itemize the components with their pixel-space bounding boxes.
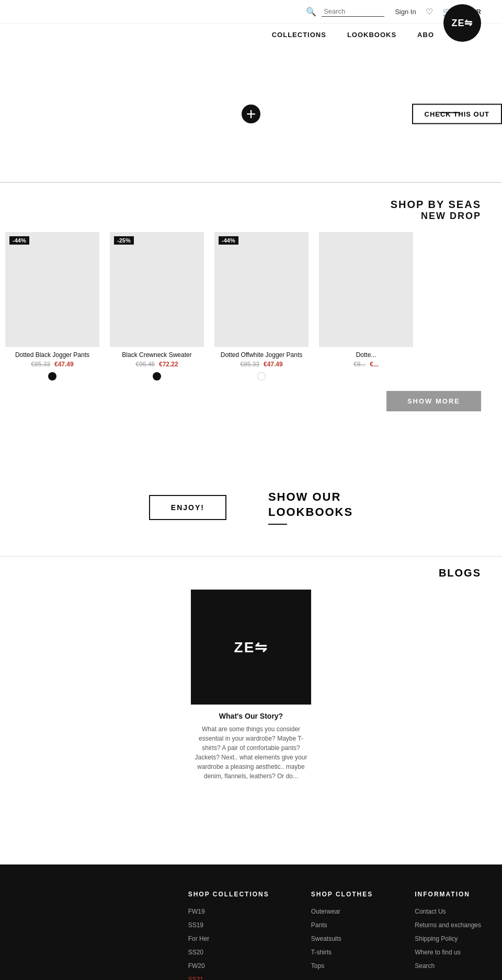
footer-col-links: FW19 SS19 For Her SS20 FW20 SS21 (188, 906, 269, 980)
blog-card[interactable]: ZE⇋ What's Our Story? What are some thin… (191, 590, 311, 781)
footer-link-fw19[interactable]: FW19 (188, 908, 205, 915)
header: 🔍 Sign In ♡ 🛒0 EUR ZE⇋ (0, 0, 502, 24)
product-name: Dotte... (319, 351, 413, 359)
color-swatch-black[interactable] (153, 372, 161, 381)
footer-link-sweatsuits[interactable]: Sweatsuits (311, 935, 341, 942)
product-name: Dotted Black Jogger Pants (5, 351, 99, 359)
blog-post-title: What's Our Story? (191, 712, 311, 720)
search-icon[interactable]: 🔍 (306, 7, 316, 17)
footer-col-links: Outerwear Pants Sweatsuits T-shirts Tops (311, 906, 373, 970)
footer-link-forher[interactable]: For Her (188, 935, 210, 942)
product-name: Dotted Offwhite Jogger Pants (214, 351, 309, 359)
enjoy-button[interactable]: ENJOY! (149, 495, 226, 520)
lookbooks-title: SHOW OURLOOKBOOKS (268, 490, 353, 520)
color-swatch-black[interactable] (48, 372, 56, 381)
price-original: €8... (353, 361, 366, 368)
product-card[interactable]: -44% Dotted Black Jogger Pants €85.33 €4… (0, 232, 105, 381)
wishlist-icon[interactable]: ♡ (426, 7, 433, 17)
price-sale: €72.22 (159, 361, 178, 368)
hero-plus-button[interactable]: + (242, 105, 260, 123)
footer-link-outerwear[interactable]: Outerwear (311, 908, 340, 915)
footer-link-ss19[interactable]: SS19 (188, 921, 203, 929)
footer: SHOP COLLECTIONS FW19 SS19 For Her SS20 … (0, 864, 502, 980)
main-nav: COLLECTIONS LOOKBOOKS ABO (0, 24, 502, 46)
color-dots (214, 372, 309, 381)
product-image (319, 232, 413, 347)
blog-logo: ZE⇋ (234, 639, 268, 656)
check-this-button[interactable]: CHECK THIS OUT (412, 104, 503, 124)
show-more-button[interactable]: SHOW MORE (386, 391, 481, 411)
hero-section: + CHECK THIS OUT (0, 46, 502, 182)
blogs-section: BLOGS ZE⇋ What's Our Story? What are som… (0, 556, 502, 802)
footer-link-returns[interactable]: Returns and exchanges (415, 921, 481, 929)
nav-about[interactable]: ABO (417, 31, 434, 39)
footer-col-heading: SHOP COLLECTIONS (188, 891, 269, 898)
product-card[interactable]: Dotte... €8... €... (314, 232, 418, 381)
lookbooks-section: ENJOY! SHOW OURLOOKBOOKS (0, 458, 502, 556)
product-badge: -25% (114, 236, 134, 245)
header-search-area: 🔍 (306, 6, 384, 17)
show-more-wrap: SHOW MORE (0, 386, 502, 427)
product-prices: €85.33 €47.49 (5, 361, 99, 368)
product-card[interactable]: -44% Dotted Offwhite Jogger Pants €85.33… (209, 232, 314, 381)
footer-col-heading: INFORMATION (415, 891, 481, 898)
price-original: €85.33 (31, 361, 50, 368)
signin-link[interactable]: Sign In (395, 8, 416, 16)
blog-image: ZE⇋ (191, 590, 311, 705)
price-original: €96.46 (135, 361, 155, 368)
footer-link-shipping[interactable]: Shipping Policy (415, 935, 458, 942)
color-swatch-white[interactable] (257, 372, 266, 381)
footer-link-ss21[interactable]: SS21 (188, 976, 203, 980)
price-sale: €47.49 (54, 361, 74, 368)
product-badge: -44% (9, 236, 29, 245)
hero-line (439, 112, 460, 113)
footer-link-tshirts[interactable]: T-shirts (311, 949, 332, 956)
footer-col-clothes: SHOP CLOTHES Outerwear Pants Sweatsuits … (311, 891, 373, 980)
new-drop-subtitle: NEW DROP (421, 211, 481, 222)
footer-col-information: INFORMATION Contact Us Returns and excha… (415, 891, 481, 980)
product-prices: €8... €... (319, 361, 413, 368)
product-prices: €85.33 €47.49 (214, 361, 309, 368)
product-name: Black Crewneck Sweater (110, 351, 204, 359)
search-input[interactable] (322, 6, 384, 17)
lookbooks-underline (268, 524, 287, 525)
price-sale: €47.49 (264, 361, 283, 368)
footer-link-where[interactable]: Where to find us (415, 949, 460, 956)
lookbooks-text: SHOW OURLOOKBOOKS (268, 490, 353, 525)
product-badge: -44% (219, 236, 238, 245)
price-original: €85.33 (240, 361, 259, 368)
products-row: -44% Dotted Black Jogger Pants €85.33 €4… (0, 227, 502, 386)
logo-text: ZE⇋ (451, 17, 473, 29)
price-sale: €... (370, 361, 379, 368)
footer-columns: SHOP COLLECTIONS FW19 SS19 For Her SS20 … (21, 891, 481, 980)
season-title: SHOP BY SEAS (391, 199, 481, 211)
shop-by-season-header: SHOP BY SEAS NEW DROP (0, 182, 502, 227)
footer-col-links: Contact Us Returns and exchanges Shippin… (415, 906, 481, 970)
nav-lookbooks[interactable]: LOOKBOOKS (347, 31, 396, 39)
footer-link-search[interactable]: Search (415, 962, 435, 970)
footer-link-pants[interactable]: Pants (311, 921, 327, 929)
logo[interactable]: ZE⇋ (443, 4, 481, 42)
footer-link-fw20[interactable]: FW20 (188, 962, 205, 970)
footer-col-heading: SHOP CLOTHES (311, 891, 373, 898)
product-prices: €96.46 €72.22 (110, 361, 204, 368)
footer-link-tops[interactable]: Tops (311, 962, 324, 970)
nav-collections[interactable]: COLLECTIONS (272, 31, 326, 39)
product-image: -25% (110, 232, 204, 347)
color-dots (5, 372, 99, 381)
footer-link-ss20[interactable]: SS20 (188, 949, 203, 956)
product-image: -44% (214, 232, 309, 347)
hero-cta: CHECK THIS OUT (412, 104, 503, 124)
color-dots (110, 372, 204, 381)
footer-col-collections: SHOP COLLECTIONS FW19 SS19 For Her SS20 … (188, 891, 269, 980)
product-image: -44% (5, 232, 99, 347)
footer-link-contact[interactable]: Contact Us (415, 908, 446, 915)
blogs-title: BLOGS (21, 567, 481, 579)
product-card[interactable]: -25% Black Crewneck Sweater €96.46 €72.2… (105, 232, 209, 381)
blog-post-excerpt: What are some things you consider essent… (191, 724, 311, 781)
